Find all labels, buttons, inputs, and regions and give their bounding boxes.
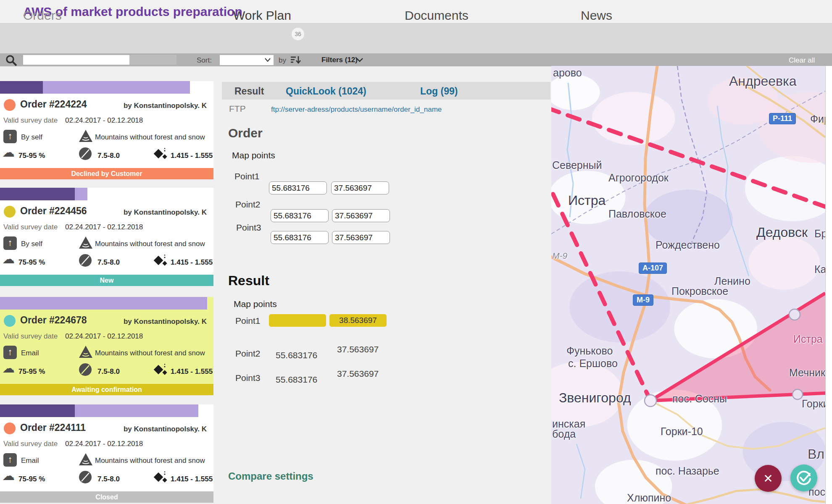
- map-label: Каз: [814, 263, 825, 276]
- order-status-ribbon: New: [0, 275, 213, 286]
- result-point2-lat: 55.683176: [276, 350, 317, 360]
- clear-all-button[interactable]: Clear all: [789, 56, 815, 65]
- order-point2-lon-input[interactable]: [332, 209, 390, 222]
- map-label: с. Ершово: [568, 357, 618, 370]
- terrain-label: Mountains without forest and snow: [95, 240, 205, 248]
- map-view[interactable]: арово Андреевка Фир Северный Агрогородок…: [551, 66, 825, 504]
- search-icon[interactable]: [5, 55, 18, 66]
- ftp-label: FTP: [229, 104, 246, 114]
- confirm-button[interactable]: [790, 465, 817, 491]
- map-label: Мечник: [789, 367, 825, 379]
- order-point2-label: Point2: [235, 200, 261, 210]
- resolution-value: 1.415 - 1.555: [171, 152, 213, 160]
- order-point1-lon-input[interactable]: [331, 181, 389, 194]
- delivery-icon: ↑: [3, 236, 17, 250]
- road-badge-m9: М-9: [633, 294, 653, 306]
- map-label: Дедовск: [756, 225, 808, 240]
- order-status-ribbon: Closed: [0, 491, 213, 503]
- delivery-method: Email: [21, 349, 39, 357]
- search-input[interactable]: [23, 55, 135, 65]
- resolution-icon: [154, 471, 168, 484]
- order-status-dot: [4, 99, 16, 111]
- tab-quicklook[interactable]: QuickLook (1024): [286, 86, 366, 97]
- tab-documents[interactable]: Documents: [405, 8, 469, 23]
- resolution-icon: [154, 254, 168, 268]
- tab-log[interactable]: Log (99): [420, 86, 458, 97]
- order-point1-label: Point1: [234, 171, 260, 181]
- result-point2-lon: 37.563697: [337, 344, 379, 354]
- progress-light-segment: [0, 297, 207, 310]
- order-status-dot: [4, 423, 16, 434]
- terrain-label: Mountains without forest and snow: [95, 133, 205, 142]
- result-point1-lat-highlight[interactable]: [269, 314, 326, 327]
- map-label: Фир: [810, 113, 825, 125]
- delivery-method: By self: [21, 240, 42, 248]
- terrain-icon: [78, 236, 93, 250]
- valid-survey-dates: 02.24.2017 - 02.12.2018: [65, 440, 143, 448]
- map-label: Бр: [814, 228, 825, 240]
- map-label: Покровское: [671, 285, 728, 297]
- order-point3-lon-input[interactable]: [332, 231, 390, 244]
- nav-bar: [0, 24, 832, 53]
- angle-value: 7.5-8.0: [97, 258, 120, 267]
- order-card-selected[interactable]: Order #224678 by Konstantinopolsky. K Va…: [0, 297, 213, 395]
- map-label: пос. Сосны: [672, 393, 727, 405]
- tab-news[interactable]: News: [581, 8, 612, 23]
- map-label: Горки-10: [661, 425, 703, 438]
- angle-icon: [78, 470, 92, 484]
- order-author: by Konstantinopolsky. K: [124, 318, 207, 326]
- result-point3-label: Point3: [235, 373, 261, 383]
- map-label: арово: [553, 67, 582, 79]
- progress-dark-segment: [0, 404, 75, 417]
- order-card-body: Order #224224 by Konstantinopolsky. K Va…: [0, 94, 213, 168]
- order-progress-bar: [0, 404, 213, 417]
- sort-label: Sort:: [197, 56, 212, 65]
- progress-dark-segment: [0, 188, 75, 200]
- filters-chevron-icon[interactable]: [356, 58, 363, 63]
- compare-settings-link[interactable]: Compare settings: [228, 470, 313, 482]
- sort-order-icon[interactable]: [290, 55, 302, 65]
- sort-select-chevron-icon[interactable]: [265, 58, 271, 63]
- order-point3-lat-input[interactable]: [271, 231, 329, 244]
- order-status-ribbon: Declined by Customer: [0, 168, 213, 179]
- map-label: Вл: [808, 446, 824, 462]
- valid-survey-dates: 02.24.2017 - 02.12.2018: [65, 223, 143, 231]
- order-point2-lat-input[interactable]: [271, 209, 329, 222]
- panel-tab-bar: [222, 82, 550, 100]
- result-point1-lon-highlight[interactable]: 38.563697: [329, 314, 387, 327]
- reject-button[interactable]: ✕: [755, 465, 782, 492]
- angle-value: 7.5-8.0: [97, 475, 120, 483]
- map-scrollbar[interactable]: [825, 66, 832, 504]
- valid-survey-label: Valid survey date: [3, 440, 58, 448]
- cloud-value: 75-95 %: [18, 258, 45, 267]
- order-author: by Konstantinopolsky. K: [124, 425, 207, 433]
- tab-result[interactable]: Result: [234, 86, 264, 97]
- cloud-icon: ☁: [2, 145, 15, 160]
- cloud-icon: ☁: [2, 468, 15, 483]
- ftp-link[interactable]: ftp://server-adress/products/username/or…: [271, 105, 442, 114]
- angle-icon: [78, 253, 92, 268]
- order-author: by Konstantinopolsky. K: [124, 208, 207, 217]
- valid-survey-dates: 02.24.2017 - 02.12.2018: [65, 332, 143, 341]
- delivery-method: By self: [21, 133, 42, 142]
- cloud-value: 75-95 %: [18, 368, 45, 376]
- map-label: пос. Назарье: [656, 465, 719, 477]
- tab-orders[interactable]: Orders: [23, 8, 62, 23]
- order-point1-lat-input[interactable]: [269, 181, 327, 194]
- terrain-icon: [78, 345, 93, 359]
- progress-dark-segment: [0, 81, 43, 94]
- work-plan-badge: 36: [292, 28, 304, 40]
- result-point2-label: Point2: [235, 349, 261, 359]
- tab-work-plan[interactable]: Work Plan: [233, 8, 291, 23]
- order-point3-label: Point3: [236, 223, 261, 233]
- order-card[interactable]: Order #224224 by Konstantinopolsky. K Va…: [0, 81, 213, 179]
- order-card-body: Order #224111 by Konstantinopolsky. K Va…: [0, 417, 213, 491]
- filters-button[interactable]: Filters (12): [321, 56, 358, 64]
- order-card[interactable]: Order #224111 by Konstantinopolsky. K Va…: [0, 404, 213, 503]
- map-label: Истра: [568, 193, 606, 208]
- order-card[interactable]: Order #224456 by Konstantinopolsky. K Va…: [0, 188, 213, 286]
- terrain-label: Mountains without forest and snow: [95, 457, 205, 465]
- result-point3-lat: 55.683176: [276, 375, 317, 385]
- map-label: Звенигород: [559, 390, 631, 406]
- cloud-icon: ☁: [2, 252, 15, 266]
